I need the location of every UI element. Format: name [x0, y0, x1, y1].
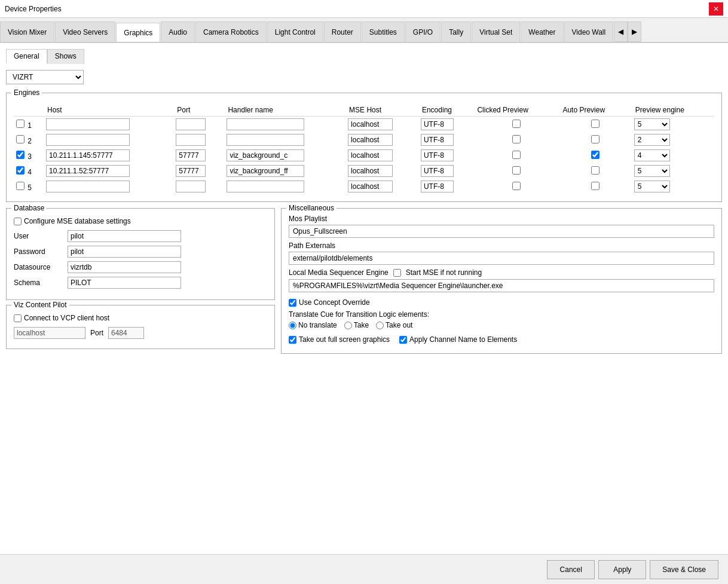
row-checkbox-3[interactable] — [16, 166, 25, 175]
row-port-2[interactable] — [173, 148, 224, 163]
handler-input-2[interactable] — [227, 149, 304, 161]
save-close-button[interactable]: Save & Close — [650, 560, 718, 579]
host-input-3[interactable] — [46, 165, 130, 177]
row-clicked-preview-3[interactable] — [473, 163, 559, 179]
clicked-preview-0[interactable] — [512, 120, 521, 128]
user-input[interactable] — [68, 230, 181, 242]
auto-preview-4[interactable] — [591, 182, 599, 190]
auto-preview-1[interactable] — [591, 135, 599, 143]
row-auto-preview-3[interactable] — [559, 163, 631, 179]
mos-playlist-input[interactable] — [289, 225, 714, 238]
tab-video-servers[interactable]: Video Servers — [55, 22, 115, 42]
tab-graphics[interactable]: Graphics — [116, 23, 160, 43]
row-host-3[interactable] — [44, 163, 173, 179]
row-encoding-4[interactable] — [418, 179, 474, 194]
auto-preview-0[interactable] — [591, 120, 599, 128]
tab-scroll-left[interactable]: ◀ — [614, 22, 628, 42]
row-handler-4[interactable] — [224, 179, 345, 194]
tab-tally[interactable]: Tally — [441, 22, 471, 42]
clicked-preview-4[interactable] — [512, 182, 521, 190]
handler-input-1[interactable] — [227, 134, 304, 146]
vizrt-dropdown[interactable]: VIZRT — [6, 70, 84, 84]
encoding-input-4[interactable] — [421, 181, 454, 192]
row-port-4[interactable] — [173, 179, 224, 194]
port-input-0[interactable] — [176, 118, 206, 130]
row-host-1[interactable] — [44, 132, 173, 148]
row-auto-preview-2[interactable] — [559, 148, 631, 163]
port-input-3[interactable] — [176, 165, 206, 177]
port-input-4[interactable] — [176, 181, 206, 192]
row-port-0[interactable] — [173, 117, 224, 133]
auto-preview-2[interactable] — [591, 151, 599, 159]
msehost-input-2[interactable] — [348, 149, 393, 161]
row-host-4[interactable] — [44, 179, 173, 194]
msehost-input-3[interactable] — [348, 165, 393, 177]
row-encoding-1[interactable] — [418, 132, 474, 148]
datasource-input[interactable] — [68, 261, 181, 273]
row-handler-2[interactable] — [224, 148, 345, 163]
host-input-4[interactable] — [46, 181, 130, 192]
row-msehost-4[interactable] — [345, 179, 418, 194]
tab-virtual-set[interactable]: Virtual Set — [472, 22, 520, 42]
cancel-button[interactable]: Cancel — [547, 560, 595, 579]
preview-engine-select-1[interactable]: 1 2 3 4 5 — [634, 134, 670, 146]
row-preview-engine-4[interactable]: 1 2 3 4 5 — [632, 179, 714, 194]
port-input-1[interactable] — [176, 134, 206, 146]
row-checkbox-4[interactable] — [16, 182, 25, 190]
password-input[interactable] — [68, 246, 181, 258]
auto-preview-3[interactable] — [591, 166, 599, 175]
vcp-port-input[interactable] — [108, 327, 144, 339]
radio-no-translate[interactable]: No translate — [289, 321, 337, 329]
clicked-preview-3[interactable] — [512, 166, 521, 175]
tab-subtitles[interactable]: Subtitles — [362, 22, 405, 42]
use-concept-checkbox[interactable] — [289, 299, 296, 307]
row-preview-engine-3[interactable]: 1 2 3 4 5 — [632, 163, 714, 179]
row-handler-0[interactable] — [224, 117, 345, 133]
row-host-0[interactable] — [44, 117, 173, 133]
tab-vision-mixer[interactable]: Vision Mixer — [0, 22, 54, 42]
sub-tab-shows[interactable]: Shows — [47, 49, 84, 64]
msehost-input-1[interactable] — [348, 134, 393, 146]
msehost-input-0[interactable] — [348, 118, 393, 130]
handler-input-4[interactable] — [227, 181, 304, 192]
row-host-2[interactable] — [44, 148, 173, 163]
row-msehost-0[interactable] — [345, 117, 418, 133]
radio-take-input[interactable] — [344, 322, 352, 329]
apply-button[interactable]: Apply — [598, 560, 646, 579]
tab-weather[interactable]: Weather — [521, 22, 563, 42]
row-preview-engine-1[interactable]: 1 2 3 4 5 — [632, 132, 714, 148]
row-auto-preview-4[interactable] — [559, 179, 631, 194]
row-checkbox-0[interactable] — [16, 120, 25, 128]
port-input-2[interactable] — [176, 149, 206, 161]
apply-channel-checkbox[interactable] — [399, 336, 407, 344]
take-out-full-checkbox[interactable] — [289, 336, 296, 344]
schema-input[interactable] — [68, 277, 181, 289]
launcher-input[interactable] — [289, 279, 714, 292]
host-input-0[interactable] — [46, 118, 130, 130]
tab-router[interactable]: Router — [324, 22, 361, 42]
vcp-host-input[interactable] — [14, 327, 85, 339]
row-encoding-3[interactable] — [418, 163, 474, 179]
clicked-preview-2[interactable] — [512, 151, 521, 159]
handler-input-0[interactable] — [227, 118, 304, 130]
radio-take[interactable]: Take — [344, 321, 369, 329]
preview-engine-select-3[interactable]: 1 2 3 4 5 — [634, 165, 670, 177]
tab-audio[interactable]: Audio — [161, 22, 195, 42]
preview-engine-select-4[interactable]: 1 2 3 4 5 — [634, 181, 670, 192]
row-checkbox-2[interactable] — [16, 151, 25, 159]
configure-mse-checkbox[interactable] — [14, 218, 22, 225]
encoding-input-2[interactable] — [421, 149, 454, 161]
msehost-input-4[interactable] — [348, 181, 393, 192]
sub-tab-general[interactable]: General — [6, 49, 47, 64]
row-preview-engine-2[interactable]: 1 2 3 4 5 — [632, 148, 714, 163]
connect-vcp-checkbox[interactable] — [14, 314, 22, 322]
row-handler-3[interactable] — [224, 163, 345, 179]
tab-gpi-o[interactable]: GPI/O — [405, 22, 441, 42]
row-checkbox-1[interactable] — [16, 135, 25, 143]
close-button[interactable]: ✕ — [709, 2, 723, 16]
tab-video-wall[interactable]: Video Wall — [564, 22, 614, 42]
row-handler-1[interactable] — [224, 132, 345, 148]
row-auto-preview-0[interactable] — [559, 117, 631, 133]
row-clicked-preview-1[interactable] — [473, 132, 559, 148]
tab-camera-robotics[interactable]: Camera Robotics — [195, 22, 267, 42]
